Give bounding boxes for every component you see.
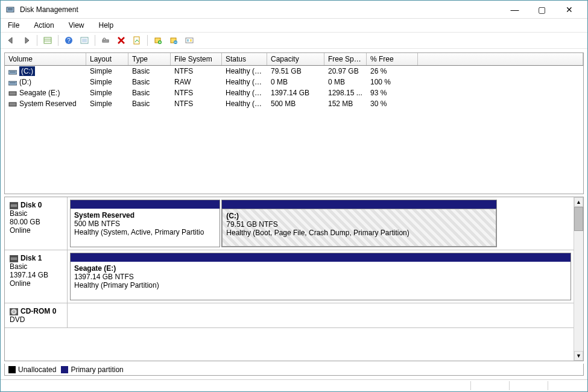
partition[interactable]: System Reserved500 MB NTFSHealthy (Syste… — [70, 200, 220, 247]
cell-pct: 100 % — [367, 77, 418, 87]
header-spacer — [418, 53, 583, 65]
attach-vhd-button[interactable] — [167, 34, 180, 47]
maximize-button[interactable]: ▢ — [528, 1, 555, 18]
cell-layout: Simple — [86, 88, 128, 98]
drive-icon — [8, 68, 17, 75]
legend-item-unallocated: Unallocated — [8, 365, 56, 374]
toolbar-separator — [37, 35, 37, 46]
properties-button[interactable] — [130, 34, 144, 47]
show-hide-console-tree-button[interactable] — [41, 34, 54, 47]
detach-vhd-button[interactable] — [183, 34, 196, 47]
forward-button[interactable] — [20, 34, 33, 47]
cell-status: Healthy (P... — [222, 88, 267, 98]
volume-row[interactable]: (D:)SimpleBasicRAWHealthy (P...0 MB0 MB1… — [5, 77, 583, 87]
disk-label[interactable]: Disk 1Basic1397.14 GBOnline — [5, 250, 68, 303]
disk-partitions: Seagate (E:)1397.14 GB NTFSHealthy (Prim… — [68, 250, 574, 303]
status-segment — [470, 381, 507, 390]
cell-type: Basic — [128, 88, 171, 98]
partition[interactable]: Seagate (E:)1397.14 GB NTFSHealthy (Prim… — [70, 253, 571, 300]
content-area: Volume Layout Type File System Status Ca… — [1, 49, 587, 379]
scroll-thumb[interactable] — [574, 207, 583, 231]
new-volume-button[interactable] — [151, 34, 165, 47]
cell-free: 0 MB — [324, 77, 367, 87]
volume-name-cell: Seagate (E:) — [5, 88, 86, 98]
cell-pct: 30 % — [367, 99, 418, 109]
delete-button[interactable] — [115, 34, 128, 47]
partition-body: (C:)79.51 GB NTFSHealthy (Boot, Page Fil… — [222, 209, 496, 247]
header-status[interactable]: Status — [222, 53, 267, 65]
legend-item-primary: Primary partition — [61, 365, 123, 374]
svg-rect-25 — [9, 103, 16, 106]
cell-layout: Simple — [86, 99, 128, 109]
header-layout[interactable]: Layout — [86, 53, 128, 65]
cell-status: Healthy (S... — [222, 99, 267, 109]
volume-row[interactable]: System ReservedSimpleBasicNTFSHealthy (S… — [5, 98, 583, 109]
svg-rect-19 — [190, 39, 192, 42]
partition-stripe — [71, 253, 571, 262]
cell-type: Basic — [128, 66, 171, 76]
svg-rect-18 — [187, 39, 189, 42]
svg-point-11 — [103, 38, 106, 40]
help-button[interactable]: ? — [62, 34, 75, 47]
title-bar: Disk Management — ▢ ✕ — [1, 1, 587, 19]
volume-name: System Reserved — [19, 100, 77, 108]
disk-partitions — [68, 303, 574, 327]
partition-body: System Reserved500 MB NTFSHealthy (Syste… — [71, 209, 220, 247]
settings-button[interactable] — [99, 34, 112, 47]
cell-fs: RAW — [171, 77, 222, 87]
svg-point-29 — [13, 311, 15, 312]
disk-label[interactable]: CD-ROM 0DVD — [5, 303, 68, 327]
volume-name-cell: (D:) — [5, 77, 86, 87]
primary-swatch — [61, 366, 68, 373]
volume-row[interactable]: Seagate (E:)SimpleBasicNTFSHealthy (P...… — [5, 87, 583, 98]
header-volume[interactable]: Volume — [5, 53, 86, 65]
toolbar: ? — [1, 32, 587, 49]
disk-icon — [10, 202, 18, 209]
volume-name: (C:) — [19, 66, 35, 76]
menu-help[interactable]: Help — [96, 20, 116, 31]
header-capacity[interactable]: Capacity — [267, 53, 324, 65]
disk-row: Disk 0Basic80.00 GBOnlineSystem Reserved… — [5, 197, 574, 250]
menu-action[interactable]: Action — [31, 20, 56, 31]
scroll-down-button[interactable]: ▼ — [574, 351, 583, 361]
cell-status: Healthy (B... — [222, 66, 267, 76]
scroll-up-button[interactable]: ▲ — [574, 197, 583, 207]
header-type[interactable]: Type — [128, 53, 171, 65]
legend-unallocated-label: Unallocated — [18, 365, 56, 374]
cell-fs: NTFS — [171, 66, 222, 76]
back-button[interactable] — [4, 34, 17, 47]
minimize-button[interactable]: — — [501, 1, 528, 18]
volume-row[interactable]: (C:)SimpleBasicNTFSHealthy (B...79.51 GB… — [5, 66, 583, 77]
menu-bar: File Action View Help — [1, 19, 587, 32]
column-headers: Volume Layout Type File System Status Ca… — [5, 53, 583, 66]
menu-file[interactable]: File — [5, 20, 22, 31]
status-segment — [548, 381, 584, 390]
vertical-scrollbar[interactable]: ▲ ▼ — [574, 197, 583, 361]
toolbar-separator — [95, 35, 95, 46]
svg-rect-17 — [186, 38, 193, 43]
refresh-button[interactable] — [78, 34, 91, 47]
partition-body: Seagate (E:)1397.14 GB NTFSHealthy (Prim… — [71, 262, 571, 300]
toolbar-separator — [147, 35, 148, 46]
window-title: Disk Management — [20, 5, 501, 14]
volume-list: Volume Layout Type File System Status Ca… — [4, 52, 584, 194]
partition[interactable]: (C:)79.51 GB NTFSHealthy (Boot, Page Fil… — [221, 200, 497, 247]
disk-label[interactable]: Disk 0Basic80.00 GBOnline — [5, 197, 68, 250]
window-controls: — ▢ ✕ — [501, 1, 583, 18]
scroll-track[interactable] — [574, 231, 583, 351]
close-button[interactable]: ✕ — [555, 1, 583, 18]
toolbar-separator — [58, 35, 58, 46]
legend: Unallocated Primary partition — [4, 364, 584, 376]
menu-view[interactable]: View — [66, 20, 87, 31]
svg-rect-23 — [10, 83, 16, 83]
header-free-space[interactable]: Free Spa... — [324, 53, 367, 65]
cell-capacity: 0 MB — [267, 77, 324, 87]
cell-free: 1298.15 ... — [324, 88, 367, 98]
cell-layout: Simple — [86, 66, 128, 76]
disk-scroll-area: Disk 0Basic80.00 GBOnlineSystem Reserved… — [5, 197, 574, 361]
unallocated-swatch — [8, 366, 16, 373]
partition-stripe — [222, 200, 496, 209]
header-percent-free[interactable]: % Free — [367, 53, 418, 65]
cell-type: Basic — [128, 99, 171, 109]
header-file-system[interactable]: File System — [171, 53, 222, 65]
